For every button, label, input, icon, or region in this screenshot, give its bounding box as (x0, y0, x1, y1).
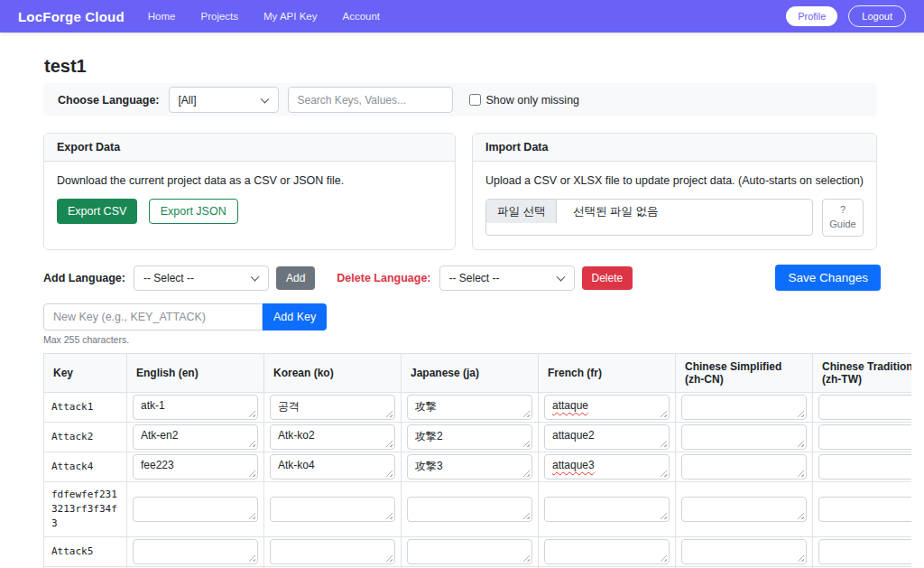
chevron-down-icon (260, 94, 269, 103)
show-only-missing-checkbox[interactable] (469, 94, 481, 106)
import-card-title: Import Data (473, 134, 876, 162)
delete-language-select[interactable]: -- Select -- (439, 265, 575, 291)
translation-value: attaque2 (552, 429, 595, 442)
translation-input[interactable] (133, 539, 258, 564)
translation-input[interactable] (407, 539, 532, 564)
translation-input[interactable]: atk-1 (133, 395, 258, 420)
profile-button[interactable]: Profile (786, 6, 837, 26)
translation-value: attaque (552, 399, 588, 412)
chevron-down-icon (251, 272, 260, 281)
choose-language-label: Choose Language: (58, 94, 160, 107)
export-card-title: Export Data (44, 134, 455, 162)
translation-input[interactable]: attaque (544, 395, 670, 420)
translation-input[interactable] (270, 497, 395, 522)
column-header: Chinese Simplified (zh-CN) (676, 354, 813, 393)
translation-table-wrap: KeyEnglish (en)Korean (ko)Japanese (ja)F… (43, 353, 911, 568)
page-title: test1 (44, 56, 881, 77)
translation-input[interactable] (818, 539, 911, 564)
translation-input[interactable]: Atk-en2 (133, 424, 258, 450)
translation-input[interactable]: attaque2 (544, 424, 670, 450)
add-language-button[interactable]: Add (276, 266, 315, 290)
chevron-down-icon (556, 272, 565, 281)
translation-input[interactable] (818, 454, 911, 480)
translation-input[interactable] (681, 395, 807, 420)
export-json-button[interactable]: Export JSON (149, 199, 238, 224)
translation-input[interactable]: fee223 (133, 454, 258, 480)
search-input[interactable] (288, 87, 453, 113)
new-key-row: Add Key (43, 303, 881, 331)
translation-input[interactable] (544, 497, 670, 522)
column-header: Korean (ko) (264, 354, 402, 393)
translation-value: Atk-ko2 (278, 429, 315, 442)
table-row: Attack5 (44, 536, 912, 566)
translation-input[interactable] (270, 539, 395, 564)
translation-value: Atk-ko4 (278, 459, 315, 471)
cards-row: Export Data Download the current project… (43, 133, 881, 250)
translation-input[interactable]: 攻撃3 (407, 454, 532, 480)
file-status-text: 선택된 파일 없음 (573, 204, 658, 219)
delete-language-button[interactable]: Delete (582, 266, 633, 290)
translation-input[interactable] (681, 454, 807, 480)
translation-input[interactable] (407, 497, 532, 522)
key-cell: Attack4 (44, 452, 127, 482)
translation-input[interactable] (681, 424, 807, 450)
add-language-select-value: -- Select -- (143, 272, 194, 284)
add-key-button[interactable]: Add Key (263, 303, 327, 331)
export-csv-button[interactable]: Export CSV (57, 199, 137, 224)
translation-input[interactable]: 攻撃 (407, 395, 532, 420)
key-cell: fdfewfef2313213rf3f34f3 (44, 482, 127, 537)
nav-right: Profile Logout (786, 5, 906, 27)
translation-value: atk-1 (141, 399, 165, 412)
key-cell: Attack1 (44, 393, 127, 423)
nav-link-my-api-key[interactable]: My API Key (263, 11, 317, 22)
language-filter-select[interactable]: [All] (169, 87, 279, 113)
save-changes-button[interactable]: Save Changes (775, 265, 881, 291)
nav-link-account[interactable]: Account (342, 11, 380, 22)
translation-input[interactable] (544, 539, 670, 564)
add-language-label: Add Language: (43, 272, 125, 284)
table-row: fdfewfef2313213rf3f34f3 (44, 482, 912, 537)
translation-input[interactable] (681, 539, 807, 564)
translation-input[interactable] (681, 497, 807, 522)
translation-value: Atk-en2 (141, 429, 178, 442)
translation-input[interactable] (818, 424, 911, 450)
file-upload-input[interactable]: 파일 선택 선택된 파일 없음 (485, 199, 813, 236)
translation-value: 攻撃3 (415, 460, 443, 472)
translation-input[interactable]: attaque3 (544, 454, 670, 480)
column-header: French (fr) (539, 354, 676, 393)
add-language-select[interactable]: -- Select -- (134, 265, 269, 291)
guide-button[interactable]: ? Guide (822, 199, 864, 237)
show-only-missing-label[interactable]: Show only missing (486, 94, 580, 107)
delete-language-select-value: -- Select -- (449, 272, 500, 284)
logout-button[interactable]: Logout (848, 5, 906, 27)
column-header: Key (44, 354, 127, 393)
translation-value: attaque3 (552, 459, 595, 471)
nav-link-projects[interactable]: Projects (200, 11, 238, 22)
show-only-missing-wrap: Show only missing (469, 94, 580, 107)
translation-value: 攻撃 (415, 400, 437, 413)
question-mark-icon: ? (840, 203, 845, 218)
key-cell: Attack5 (44, 536, 127, 566)
translation-input[interactable] (133, 497, 258, 522)
column-header: Japanese (ja) (402, 354, 539, 393)
translation-input[interactable]: 攻撃2 (407, 424, 532, 450)
column-header: Chinese Traditional (zh-TW) (813, 354, 912, 393)
import-card-description: Upload a CSV or XLSX file to update proj… (485, 174, 864, 187)
table-body: Attack1atk-1공격攻撃attaqueAttack2Atk-en2Atk… (44, 393, 912, 568)
nav-link-home[interactable]: Home (148, 11, 176, 22)
translation-input[interactable]: Atk-ko2 (270, 424, 395, 450)
nav-links: Home Projects My API Key Account (148, 11, 380, 22)
translation-input[interactable] (818, 395, 911, 420)
new-key-input[interactable] (43, 303, 263, 331)
table-row: Attack1atk-1공격攻撃attaque (44, 393, 912, 423)
translation-input[interactable]: 공격 (270, 395, 395, 420)
translation-input[interactable]: Atk-ko4 (270, 454, 395, 480)
main-content: test1 Choose Language: [All] Show only m… (0, 56, 924, 568)
app-brand[interactable]: LocForge Cloud (18, 9, 125, 24)
file-select-button[interactable]: 파일 선택 (486, 200, 557, 223)
export-data-card: Export Data Download the current project… (43, 133, 456, 250)
export-card-description: Download the current project data as a C… (57, 174, 442, 187)
translation-input[interactable] (818, 497, 911, 522)
import-data-card: Import Data Upload a CSV or XLSX file to… (472, 133, 877, 250)
table-header-row: KeyEnglish (en)Korean (ko)Japanese (ja)F… (44, 354, 912, 393)
